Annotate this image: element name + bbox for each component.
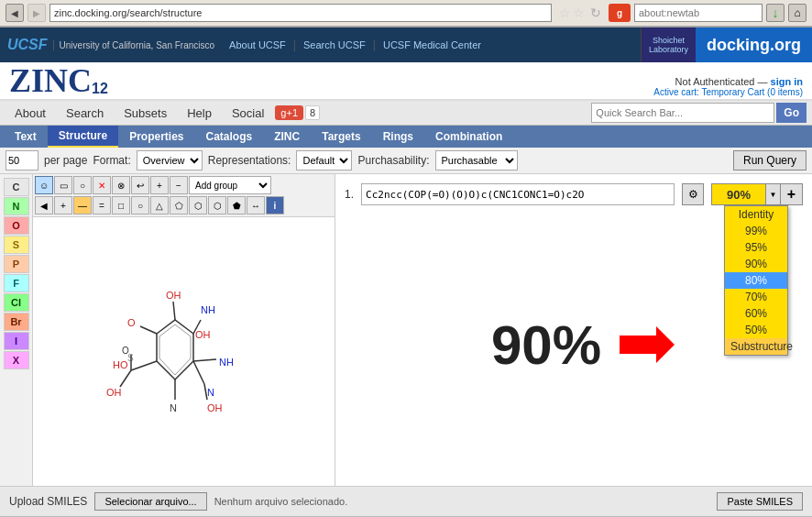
sim-option-substructure[interactable]: Substructure [725, 338, 787, 355]
sign-in-link[interactable]: sign in [771, 76, 803, 87]
svg-text:HO: HO [113, 359, 128, 370]
sim-option-99[interactable]: 99% [725, 223, 787, 239]
shoichet-lab-badge: Shoichet Laboratory [641, 28, 696, 62]
sep1: | [293, 38, 296, 51]
search-ucsf-link[interactable]: Search UCSF [303, 39, 366, 50]
svg-text:OH: OH [207, 402, 223, 413]
purchasability-select[interactable]: Purchasable [435, 150, 518, 170]
sim-option-70[interactable]: 70% [725, 289, 787, 305]
atom-s[interactable]: S [4, 236, 29, 254]
draw-chain-btn[interactable]: ⊗ [112, 176, 130, 194]
sim-option-50[interactable]: 50% [725, 322, 787, 338]
format-select[interactable]: Overview [137, 150, 203, 170]
settings-button[interactable]: ⚙ [682, 183, 704, 205]
tab-targets[interactable]: Targets [311, 126, 371, 147]
draw-eraser-btn[interactable]: ✕ [93, 176, 111, 194]
draw-penta-btn[interactable]: ⬠ [170, 196, 188, 214]
atom-f[interactable]: F [4, 274, 29, 292]
atom-n[interactable]: N [4, 197, 29, 215]
atom-br[interactable]: Br [4, 313, 29, 331]
go-button[interactable]: Go [776, 103, 807, 123]
draw-oct-btn[interactable]: ⬟ [227, 196, 246, 214]
svg-text:O: O [127, 317, 136, 328]
smiles-input[interactable] [361, 183, 675, 205]
atom-o[interactable]: O [4, 216, 29, 235]
draw-plus-btn[interactable]: + [150, 176, 169, 194]
draw-arrowlr-btn[interactable]: ↔ [247, 196, 265, 214]
forward-button[interactable]: ▶ [27, 4, 46, 22]
zinc-logo-text: ZINC [9, 64, 92, 97]
zinc-version: 12 [92, 81, 108, 97]
back-button[interactable]: ◀ [5, 4, 24, 22]
big-percent: 90% [473, 295, 620, 395]
sim-option-60[interactable]: 60% [725, 305, 787, 322]
atom-x[interactable]: X [4, 351, 29, 369]
draw-info-btn[interactable]: i [266, 196, 284, 214]
svg-text:OH: OH [195, 329, 211, 340]
atom-p[interactable]: P [4, 255, 29, 273]
draw-hex-btn[interactable]: ⬡ [189, 196, 207, 214]
draw-hex2-btn[interactable]: ⬡ [208, 196, 226, 214]
draw-rect-btn[interactable]: ▭ [54, 176, 72, 194]
run-query-button[interactable]: Run Query [733, 150, 807, 170]
svg-text:O: O [122, 346, 129, 356]
nav-search[interactable]: Search [57, 104, 113, 123]
home-icon[interactable]: ⌂ [788, 4, 807, 22]
svg-line-8 [131, 361, 157, 370]
tab-combination[interactable]: Combination [424, 126, 513, 147]
representations-select[interactable]: Default [296, 150, 352, 170]
draw-lasso-btn[interactable]: ○ [73, 176, 92, 194]
draw-plus2-btn[interactable]: + [54, 196, 72, 214]
atom-c[interactable]: C [4, 178, 29, 196]
draw-undo-btn[interactable]: ↩ [131, 176, 149, 194]
per-page-input[interactable] [5, 150, 38, 170]
tab-properties[interactable]: Properties [118, 126, 194, 147]
draw-tri-btn[interactable]: △ [150, 196, 169, 214]
about-ucsf-link[interactable]: About UCSF [229, 39, 286, 50]
draw-orange-btn[interactable]: — [73, 196, 92, 214]
svg-line-10 [120, 370, 131, 387]
browser-search-input[interactable] [634, 4, 763, 22]
sim-option-90[interactable]: 90% [725, 256, 787, 272]
atom-cl[interactable]: Cl [4, 293, 29, 312]
drawing-toolbar: ☺ ▭ ○ ✕ ⊗ ↩ + − Add group ◀ + — = □ ○ △ [33, 174, 335, 217]
tab-text[interactable]: Text [4, 126, 48, 147]
red-arrow-icon [620, 326, 675, 363]
nav-social[interactable]: Social [223, 104, 273, 123]
cart-status[interactable]: Active cart: Temporary Cart (0 items) [653, 87, 803, 97]
draw-circ-btn[interactable]: ○ [131, 196, 149, 214]
drawing-canvas[interactable]: NH OH O HO OH S O N [33, 217, 335, 486]
atom-sidebar: C N O S P F Cl Br I X [0, 174, 33, 486]
nav-subsets[interactable]: Subsets [115, 104, 176, 123]
ucsf-logo: UCSF [7, 37, 48, 53]
tab-structure[interactable]: Structure [48, 126, 118, 148]
draw-minus-btn[interactable]: − [170, 176, 188, 194]
tab-zinc[interactable]: ZINC [263, 126, 311, 147]
similarity-dropdown-button[interactable]: ▼ [766, 183, 781, 205]
add-group-select[interactable]: Add group [189, 176, 271, 194]
url-bar[interactable] [49, 4, 552, 22]
svg-text:OH: OH [106, 387, 122, 398]
sim-option-95[interactable]: 95% [725, 239, 787, 256]
similarity-control[interactable]: 90% ▼ + Identity 99% 95% 90% 80% 70% 60%… [711, 183, 803, 205]
atom-i[interactable]: I [4, 332, 29, 350]
sim-option-identity[interactable]: Identity [725, 206, 787, 223]
paste-smiles-button[interactable]: Paste SMILES [717, 492, 803, 511]
medical-center-link[interactable]: UCSF Medical Center [383, 39, 481, 50]
draw-smiley-btn[interactable]: ☺ [35, 176, 53, 194]
draw-arrow-left-btn[interactable]: ◀ [35, 196, 53, 214]
tab-rings[interactable]: Rings [372, 126, 424, 147]
nav-help[interactable]: Help [178, 104, 221, 123]
draw-sq-btn[interactable]: □ [112, 196, 130, 214]
quick-search-input[interactable] [591, 103, 774, 123]
per-page-label: per page [44, 154, 87, 167]
ucsf-full-name: University of California, San Francisco [53, 40, 215, 50]
draw-eq-btn[interactable]: = [93, 196, 111, 214]
tab-catalogs[interactable]: Catalogs [195, 126, 264, 147]
download-icon[interactable]: ↓ [766, 4, 785, 22]
gplus-button[interactable]: g+1 [275, 105, 303, 120]
file-chooser-button[interactable]: Selecionar arquivo... [94, 492, 206, 511]
nav-about[interactable]: About [5, 104, 55, 123]
add-similarity-button[interactable]: + [781, 183, 803, 205]
sim-option-80[interactable]: 80% [725, 272, 787, 289]
